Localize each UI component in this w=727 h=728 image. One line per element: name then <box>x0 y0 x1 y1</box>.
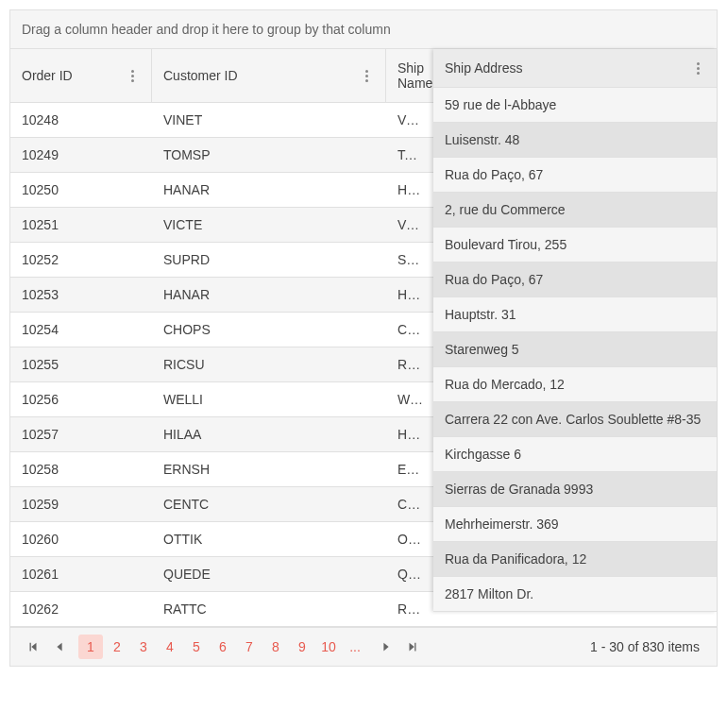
cell-ship-address: 59 rue de l-Abbaye <box>433 88 717 122</box>
pager-page[interactable]: 3 <box>131 635 156 659</box>
header-ship-address[interactable]: Ship Address <box>433 49 717 87</box>
header-label: Ship Name <box>397 60 432 91</box>
data-grid: Drag a column header and drop it here to… <box>9 9 718 667</box>
cell-ship-name: HILARION-Abastos <box>386 417 433 451</box>
cell-customer-id: VINET <box>152 103 386 137</box>
cell-ship-address: Hauptstr. 31 <box>433 297 717 331</box>
locked-column: Ship Address 59 rue de l-AbbayeLuisenstr… <box>433 49 717 612</box>
table-row[interactable]: 2, rue du Commerce <box>433 193 717 228</box>
cell-ship-name: Suprêmes délices <box>386 243 433 277</box>
cell-ship-address: 2817 Milton Dr. <box>433 577 717 611</box>
pager-page[interactable]: 2 <box>105 635 129 659</box>
table-row[interactable]: Mehrheimerstr. 369 <box>433 507 717 542</box>
cell-order-id: 10259 <box>10 487 152 521</box>
cell-ship-address: 2, rue du Commerce <box>433 193 717 227</box>
table-row[interactable]: Rua do Mercado, 12 <box>433 367 717 402</box>
cell-order-id: 10249 <box>10 138 152 172</box>
cell-customer-id: SUPRD <box>152 243 386 277</box>
cell-ship-address: Rua do Paço, 67 <box>433 158 717 192</box>
chevron-left-icon <box>53 640 66 653</box>
table-row[interactable]: Carrera 22 con Ave. Carlos Soublette #8-… <box>433 402 717 437</box>
cell-ship-address: Rua do Mercado, 12 <box>433 367 717 401</box>
cell-customer-id: VICTE <box>152 208 386 242</box>
header-label: Customer ID <box>163 68 238 83</box>
seek-last-icon <box>406 640 419 653</box>
table-row[interactable]: Luisenstr. 48 <box>433 123 717 158</box>
pager-prev-button[interactable] <box>46 634 73 660</box>
pager-page[interactable]: 5 <box>184 635 209 659</box>
cell-ship-name: Rattlesnake Canyon Grocery <box>386 592 433 626</box>
header-ship-name[interactable]: Ship Name <box>386 49 433 102</box>
table-row[interactable]: Kirchgasse 6 <box>433 437 717 472</box>
pager-page[interactable]: 8 <box>263 635 288 659</box>
chevron-right-icon <box>380 640 393 653</box>
table-row[interactable]: 59 rue de l-Abbaye <box>433 88 717 123</box>
table-row[interactable]: Rua do Paço, 67 <box>433 158 717 193</box>
cell-ship-address: Starenweg 5 <box>433 332 717 366</box>
cell-ship-address: Boulevard Tirou, 255 <box>433 228 717 262</box>
group-panel[interactable]: Drag a column header and drop it here to… <box>10 10 717 49</box>
seek-first-icon <box>26 640 40 653</box>
pager-last-button[interactable] <box>399 634 426 660</box>
cell-ship-address: Kirchgasse 6 <box>433 437 717 471</box>
cell-customer-id: OTTIK <box>152 522 386 556</box>
pager-page[interactable]: 7 <box>237 635 262 659</box>
pager-page[interactable]: 4 <box>158 635 182 659</box>
table-row[interactable]: Sierras de Granada 9993 <box>433 472 717 507</box>
cell-customer-id: QUEDE <box>152 557 386 591</box>
table-row[interactable]: Boulevard Tirou, 255 <box>433 228 717 262</box>
cell-ship-name: Que Delícia <box>386 557 433 591</box>
cell-customer-id: HANAR <box>152 278 386 312</box>
header-customer-id[interactable]: Customer ID <box>152 49 386 102</box>
cell-ship-address: Sierras de Granada 9993 <box>433 472 717 506</box>
cell-ship-name: Richter Supermarkt <box>386 347 433 381</box>
table-row[interactable]: Hauptstr. 31 <box>433 297 717 332</box>
cell-order-id: 10255 <box>10 347 152 381</box>
cell-ship-name: Ottilies Käseladen <box>386 522 433 556</box>
column-menu-icon[interactable] <box>690 60 705 76</box>
column-menu-icon[interactable] <box>359 68 374 83</box>
table-row[interactable]: Rua da Panificadora, 12 <box>433 542 717 577</box>
table-row[interactable]: Rua do Paço, 67 <box>433 262 717 297</box>
cell-order-id: 10253 <box>10 278 152 312</box>
cell-customer-id: WELLI <box>152 382 386 416</box>
cell-order-id: 10262 <box>10 592 152 626</box>
cell-customer-id: ERNSH <box>152 452 386 486</box>
table-row[interactable]: 2817 Milton Dr. <box>433 577 717 612</box>
cell-ship-name: Vins et alcools Chevalier <box>386 103 433 137</box>
cell-order-id: 10252 <box>10 243 152 277</box>
header-label: Ship Address <box>445 60 523 76</box>
cell-customer-id: RICSU <box>152 347 386 381</box>
cell-customer-id: HANAR <box>152 173 386 207</box>
cell-order-id: 10250 <box>10 173 152 207</box>
cell-order-id: 10260 <box>10 522 152 556</box>
pager-first-button[interactable] <box>20 634 46 660</box>
table-row[interactable]: Starenweg 5 <box>433 332 717 367</box>
cell-order-id: 10257 <box>10 417 152 451</box>
cell-ship-name: Chop-suey Chinese <box>386 313 433 347</box>
cell-ship-address: Mehrheimerstr. 369 <box>433 507 717 541</box>
pager-page[interactable]: 6 <box>211 635 235 659</box>
cell-ship-name: Victuailles en stock <box>386 208 433 242</box>
pager-page[interactable]: 1 <box>78 635 103 659</box>
pager-next-button[interactable] <box>373 634 399 660</box>
cell-order-id: 10261 <box>10 557 152 591</box>
pager-more[interactable]: ... <box>343 635 367 659</box>
header-order-id[interactable]: Order ID <box>10 49 152 102</box>
cell-ship-address: Rua da Panificadora, 12 <box>433 542 717 576</box>
table-container: Order ID Customer ID Ship Name 10248VINE… <box>10 49 717 627</box>
cell-customer-id: CENTC <box>152 487 386 521</box>
cell-order-id: 10251 <box>10 208 152 242</box>
cell-ship-name: Wellington Importadora <box>386 382 433 416</box>
pager-info: 1 - 30 of 830 items <box>590 639 707 654</box>
cell-customer-id: HILAA <box>152 417 386 451</box>
cell-ship-address: Rua do Paço, 67 <box>433 262 717 296</box>
cell-ship-address: Luisenstr. 48 <box>433 123 717 157</box>
column-menu-icon[interactable] <box>125 68 140 83</box>
cell-ship-name: Hanari Carnes <box>386 278 433 312</box>
cell-customer-id: CHOPS <box>152 313 386 347</box>
pager-page[interactable]: 9 <box>290 635 314 659</box>
cell-order-id: 10256 <box>10 382 152 416</box>
cell-order-id: 10248 <box>10 103 152 137</box>
pager-page[interactable]: 10 <box>316 635 341 659</box>
